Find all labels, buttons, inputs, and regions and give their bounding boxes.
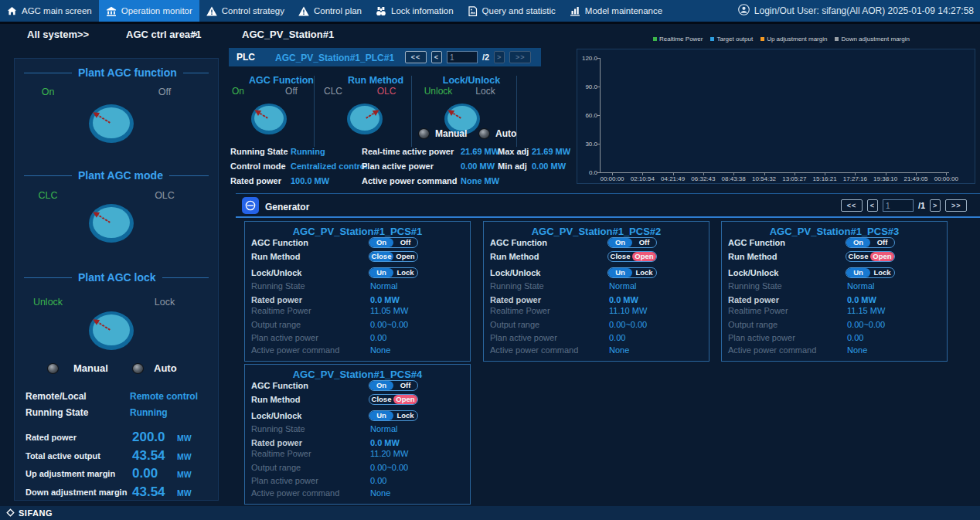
card-field-label: Realtime Power	[728, 306, 788, 315]
toggle-option[interactable]: Lock	[393, 268, 417, 277]
toggle-option[interactable]: On	[369, 238, 393, 247]
knob-option-right[interactable]: Lock	[138, 297, 191, 308]
radio-auto[interactable]	[132, 363, 144, 374]
pager-first-button[interactable]: <<	[841, 199, 863, 212]
card-field-value: 0.0 MW	[609, 295, 638, 304]
pager-last-button[interactable]: >>	[945, 199, 967, 212]
toggle-option[interactable]: Off	[870, 238, 894, 247]
toggle-option[interactable]: Un	[369, 411, 393, 420]
nav-item-query-and-statistic[interactable]: Query and statistic	[461, 0, 563, 22]
toggle-lock-unlock[interactable]: UnLock	[369, 267, 418, 278]
plant-agc-panel: Plant AGC functionOnOffPlant AGC modeCLC…	[14, 58, 219, 501]
toggle-option[interactable]: Un	[369, 268, 393, 277]
plc-knob-1[interactable]	[251, 104, 287, 134]
toggle-lock-unlock[interactable]: UnLock	[369, 410, 418, 421]
toggle-option[interactable]: Off	[393, 381, 417, 390]
toggle-option[interactable]: Lock	[632, 268, 656, 277]
card-field-label: Plan active power	[251, 476, 318, 485]
toggle-option[interactable]: Un	[608, 268, 632, 277]
radio-manual[interactable]	[47, 363, 59, 374]
pager-page-input[interactable]	[447, 51, 478, 63]
card-field-value: 11.10 MW	[609, 306, 647, 315]
knob-option-left[interactable]: Unlock	[21, 297, 75, 308]
toggle-run-method[interactable]: CloseOpen	[607, 251, 657, 262]
nav-item-agc-main-screen[interactable]: AGC main screen	[0, 0, 99, 22]
knob-option-right[interactable]: Off	[285, 86, 298, 97]
toggle-run-method[interactable]: CloseOpen	[369, 251, 418, 262]
plant-knob-3[interactable]	[89, 311, 134, 350]
card-field-value: Normal	[370, 424, 397, 433]
toggle-agc-function[interactable]: OnOff	[846, 237, 895, 248]
toggle-option[interactable]: Lock	[870, 268, 894, 277]
toggle-option[interactable]: On	[846, 238, 870, 247]
toggle-option[interactable]: Close	[369, 252, 393, 261]
radio-manual[interactable]	[418, 128, 430, 139]
toggle-option[interactable]: Off	[393, 238, 417, 247]
user-area[interactable]: Login/Out User: sifang(All AOR) 2025-01-…	[738, 0, 980, 22]
toggle-agc-function[interactable]: OnOff	[369, 380, 418, 391]
pager-last-button[interactable]: >>	[509, 51, 531, 63]
plc-info-grid: Running StateRunningReal-time active pow…	[229, 145, 578, 189]
toggle-option[interactable]: Close	[369, 395, 393, 404]
knob-option-right[interactable]: Off	[138, 87, 191, 97]
breadcrumb-item-3[interactable]: AGC_PV_Station#1	[242, 29, 334, 40]
card-field-label: Active power command	[251, 345, 339, 355]
pager-next-button[interactable]: >	[930, 199, 941, 212]
y-tick	[597, 172, 600, 173]
toggle-option[interactable]: Open	[393, 252, 417, 261]
nav-item-operation-monitor[interactable]: Operation monitor	[99, 0, 199, 22]
metric-label: Rated power	[26, 433, 77, 442]
pager-prev-button[interactable]: <	[867, 199, 878, 212]
card-field-value: Normal	[609, 281, 636, 291]
knob-option-left[interactable]: Unlock	[424, 86, 453, 97]
plc-info-label: Rated power	[230, 176, 281, 185]
toggle-option[interactable]: Un	[846, 268, 870, 277]
nav-item-control-plan[interactable]: Control plan	[291, 0, 369, 22]
breadcrumb-item-1[interactable]: All system>>	[27, 29, 89, 40]
x-tick	[946, 172, 947, 175]
pager-next-button[interactable]: >	[494, 51, 505, 63]
radio-auto[interactable]	[478, 128, 490, 139]
toggle-run-method[interactable]: CloseOpen	[846, 251, 895, 262]
toggle-agc-function[interactable]: OnOff	[369, 237, 418, 248]
toggle-option[interactable]: Open	[393, 395, 417, 404]
pager-page-input[interactable]	[883, 199, 914, 212]
nav-item-control-strategy[interactable]: Control strategy	[199, 0, 291, 22]
plant-knob-2[interactable]	[89, 204, 134, 243]
knob-option-left[interactable]: On	[232, 86, 244, 97]
nav-item-lock-infomation[interactable]: Lock infomation	[369, 0, 461, 22]
plc-info-label: Active power command	[362, 176, 457, 185]
toggle-option[interactable]: Close	[846, 252, 870, 261]
plant-knob-1[interactable]	[89, 104, 134, 143]
pager-first-button[interactable]: <<	[405, 51, 427, 63]
breadcrumb-item-2[interactable]: AGC ctrl area#1	[126, 29, 202, 40]
generator-pager: <<</1>>>	[841, 199, 967, 212]
toggle-option[interactable]: Close	[608, 252, 632, 261]
toggle-agc-function[interactable]: OnOff	[607, 237, 657, 248]
metric-value: 200.0	[132, 430, 165, 445]
knob-option-right[interactable]: OLC	[377, 86, 396, 97]
metric-label: Total active output	[26, 451, 100, 461]
nav-divider	[0, 22, 980, 24]
toggle-option[interactable]: On	[369, 381, 393, 390]
section-title: Plant AGC function	[78, 66, 177, 79]
toggle-option[interactable]: Open	[870, 252, 894, 261]
toggle-option[interactable]: Off	[632, 238, 656, 247]
knob-option-left[interactable]: CLC	[324, 86, 342, 97]
toggle-option[interactable]: Open	[632, 252, 656, 261]
toggle-lock-unlock[interactable]: UnLock	[607, 267, 657, 278]
y-tick	[597, 115, 600, 116]
knob-option-right[interactable]: OLC	[138, 190, 191, 201]
toggle-option[interactable]: On	[608, 238, 632, 247]
metric-unit: MW	[177, 470, 192, 479]
toggle-lock-unlock[interactable]: UnLock	[846, 267, 895, 278]
knob-option-right[interactable]: Lock	[475, 86, 495, 97]
toggle-option[interactable]: Lock	[393, 411, 417, 420]
card-title: AGC_PV_Station#1_PCS#4	[245, 369, 470, 380]
plc-knob-2[interactable]	[347, 104, 383, 134]
pager-prev-button[interactable]: <	[431, 51, 442, 63]
knob-option-left[interactable]: On	[21, 87, 75, 97]
knob-option-left[interactable]: CLC	[21, 190, 75, 201]
toggle-run-method[interactable]: CloseOpen	[369, 394, 418, 405]
nav-item-model-maintenance[interactable]: Model maintenance	[563, 0, 669, 22]
